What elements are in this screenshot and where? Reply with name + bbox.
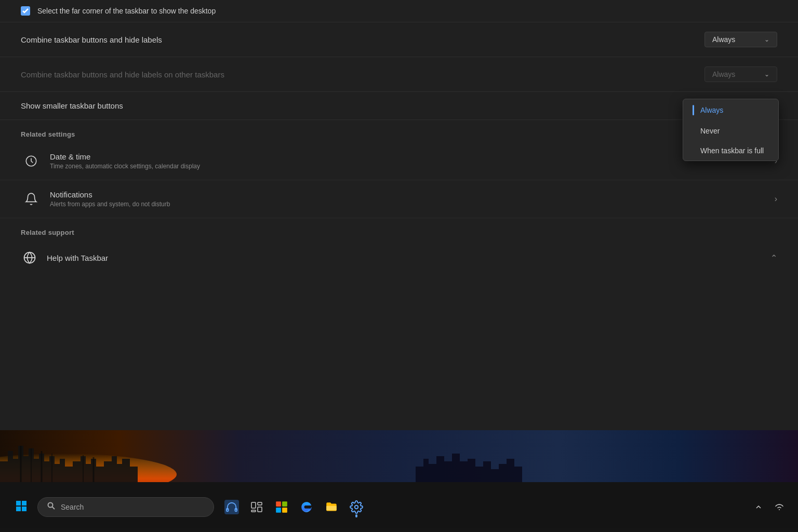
nav-item-notifications[interactable]: Notifications Alerts from apps and syste… [0,180,798,218]
svg-point-28 [355,506,358,509]
dropdown-overlay: Always Never When taskbar is full [683,99,779,161]
combine-other-row: Combine taskbar buttons and hide labels … [0,57,798,92]
task-view-icon [249,500,264,514]
settings-panel: Select the far corner of the taskbar to … [0,0,798,482]
wallpaper-strip [0,430,798,482]
taskbar-app-headphones[interactable] [220,496,243,518]
svg-point-29 [779,509,780,510]
svg-rect-21 [258,507,262,512]
smaller-buttons-row: Show smaller taskbar buttons [0,92,798,120]
taskbar-app-taskview[interactable] [245,496,268,518]
search-icon [47,502,56,512]
globe-icon [21,249,38,267]
svg-rect-24 [282,501,287,507]
option-always-label: Always [700,106,723,114]
settings-gear-icon [349,500,364,514]
help-left: Help with Taskbar [21,249,108,267]
svg-rect-12 [22,501,26,506]
store-icon [274,500,289,514]
tray-network-icon[interactable] [771,499,788,515]
svg-rect-20 [258,502,262,505]
search-placeholder: Search [61,503,84,511]
notifications-title: Notifications [50,190,775,199]
active-dot [355,514,357,516]
selected-indicator [693,105,694,115]
clock-icon [21,151,42,171]
svg-rect-14 [22,507,26,511]
checkbox-show-desktop[interactable] [21,6,30,16]
checkbox-label: Select the far corner of the taskbar to … [37,7,216,15]
taskbar-app-edge[interactable] [295,496,318,518]
date-time-title: Date & time [50,152,775,161]
nav-chevron-notifications: › [775,194,777,204]
edge-icon [299,500,314,514]
start-button[interactable] [10,496,32,518]
combine-other-dropdown[interactable]: Always ⌄ [704,66,777,82]
svg-rect-19 [251,502,256,508]
chevron-up-icon: ⌃ [770,253,777,263]
taskbar-app-settings[interactable] [345,496,368,518]
dropdown-option-when-full[interactable]: When taskbar is full [683,141,778,161]
svg-rect-25 [276,508,281,513]
checkbox-row[interactable]: Select the far corner of the taskbar to … [0,0,798,22]
dropdown-option-never[interactable]: Never [683,121,778,141]
taskbar-app-explorer[interactable] [320,496,343,518]
combine-label: Combine taskbar buttons and hide labels [21,35,162,44]
taskbar-apps [220,496,368,518]
option-never-label: Never [700,127,720,135]
svg-line-16 [52,507,55,510]
date-time-subtitle: Time zones, automatic clock settings, ca… [50,163,775,170]
help-taskbar-item[interactable]: Help with Taskbar ⌃ [0,241,798,275]
taskbar-tray [750,499,788,515]
combine-other-value: Always [712,70,735,78]
svg-rect-22 [251,510,256,512]
related-settings-header: Related settings [0,120,798,142]
dropdown-option-always[interactable]: Always [683,99,778,121]
chevron-down-other-icon: ⌄ [764,71,769,78]
nav-text-notifications: Notifications Alerts from apps and syste… [50,190,775,208]
taskbar: Search [0,482,798,532]
help-taskbar-title: Help with Taskbar [47,254,108,262]
nav-item-date-time[interactable]: Date & time Time zones, automatic clock … [0,142,798,180]
notifications-subtitle: Alerts from apps and system, do not dist… [50,201,775,208]
chevron-down-icon: ⌄ [764,36,769,43]
related-support-header: Related support [0,218,798,241]
combine-dropdown[interactable]: Always ⌄ [704,32,777,47]
svg-rect-27 [326,506,337,511]
svg-rect-26 [282,508,287,513]
combine-value: Always [712,35,735,44]
taskbar-app-store[interactable] [270,496,293,518]
svg-rect-11 [16,501,21,506]
svg-rect-23 [276,501,281,507]
headphones-icon [224,500,239,514]
smaller-buttons-label: Show smaller taskbar buttons [21,101,123,110]
file-explorer-icon [324,500,339,514]
tray-chevron-up[interactable] [750,499,767,515]
wallpaper-svg [0,430,798,482]
bell-icon [21,189,42,209]
nav-text-date-time: Date & time Time zones, automatic clock … [50,152,775,170]
svg-rect-13 [16,507,21,511]
taskbar-search[interactable]: Search [37,497,214,517]
option-when-full-label: When taskbar is full [700,147,764,155]
combine-other-label: Combine taskbar buttons and hide labels … [21,70,224,79]
svg-point-15 [48,503,53,508]
combine-taskbar-row: Combine taskbar buttons and hide labels … [0,22,798,57]
windows-logo-icon [16,500,27,514]
